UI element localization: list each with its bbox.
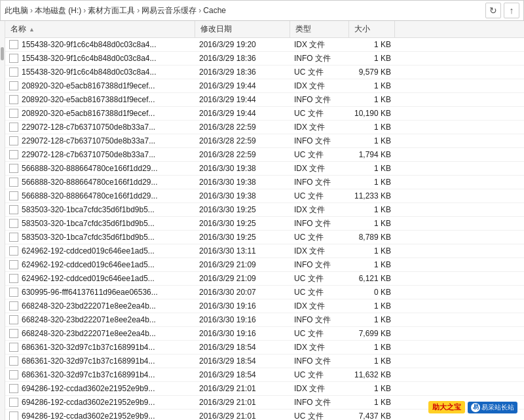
cell-size: 1 KB <box>349 354 395 368</box>
table-row[interactable]: 583503-320-1bca7cfdc35d6f1bd9b5... 2016/… <box>5 217 524 231</box>
file-rows[interactable]: 155438-320-9f1c6c4b848d0c03c8a4... 2016/… <box>5 38 524 420</box>
file-icon <box>9 150 18 159</box>
table-row[interactable]: 686361-320-32d97c1b37c168991b4... 2016/3… <box>5 368 524 382</box>
table-row[interactable]: 208920-320-e5acb8167388d1f9ecef... 2016/… <box>5 107 524 121</box>
cell-size: 6,121 KB <box>349 272 395 285</box>
file-icon <box>9 233 18 242</box>
file-name-text: 686361-320-32d97c1b37c168991b4... <box>22 356 155 366</box>
watermark: 助大之宝 易 易采站长站 <box>428 401 517 413</box>
table-row[interactable]: 155438-320-9f1c6c4b848d0c03c8a4... 2016/… <box>5 38 524 52</box>
table-row[interactable]: 155438-320-9f1c6c4b848d0c03c8a4... 2016/… <box>5 52 524 66</box>
file-icon <box>9 109 18 118</box>
col-header-date[interactable]: 修改日期 <box>195 21 290 37</box>
table-row[interactable]: 694286-192-ccdad3602e21952e9b9... 2016/3… <box>5 382 524 396</box>
table-row[interactable]: 229072-128-c7b63710750de8b33a7... 2016/3… <box>5 134 524 148</box>
cell-size: 1 KB <box>349 52 395 65</box>
cell-date: 2016/3/28 22:59 <box>195 134 290 147</box>
col-header-name[interactable]: 名称 ▲ <box>5 21 195 37</box>
cell-type: IDX 文件 <box>290 244 349 258</box>
cell-name: 624962-192-cddced019c646ee1ad5... <box>5 244 195 258</box>
cell-name: 668248-320-23bd222071e8ee2ea4b... <box>5 327 195 340</box>
path-sep-0: › <box>30 6 33 15</box>
table-row[interactable]: 566888-320-888664780ce166f1dd29... 2016/… <box>5 162 524 176</box>
table-row[interactable]: 624962-192-cddced019c646ee1ad5... 2016/3… <box>5 272 524 286</box>
table-row[interactable]: 566888-320-888664780ce166f1dd29... 2016/… <box>5 176 524 189</box>
cell-name: 694286-192-ccdad3602e21952e9b9... <box>5 396 195 409</box>
cell-date: 2016/3/29 21:09 <box>195 258 290 271</box>
cell-type: UC 文件 <box>290 107 349 120</box>
file-name-text: 229072-128-c7b63710750de8b33a7... <box>22 150 155 159</box>
file-icon <box>9 370 18 379</box>
table-row[interactable]: 208920-320-e5acb8167388d1f9ecef... 2016/… <box>5 93 524 107</box>
cell-type: UC 文件 <box>290 368 349 381</box>
cell-name: 566888-320-888664780ce166f1dd29... <box>5 176 195 189</box>
table-row[interactable]: 630995-96-fff64137611d96eae06536... 2016… <box>5 286 524 299</box>
watermark-logo: 易 易采站长站 <box>468 402 517 413</box>
table-row[interactable]: 624962-192-cddced019c646ee1ad5... 2016/3… <box>5 258 524 272</box>
up-button[interactable]: ↑ <box>504 3 519 18</box>
table-row[interactable]: 229072-128-c7b63710750de8b33a7... 2016/3… <box>5 121 524 134</box>
path-segment-4[interactable]: Cache <box>203 6 226 15</box>
cell-type: UC 文件 <box>290 189 349 202</box>
file-icon <box>9 178 18 187</box>
cell-name: 229072-128-c7b63710750de8b33a7... <box>5 134 195 147</box>
file-icon <box>9 54 18 63</box>
cell-date: 2016/3/29 18:54 <box>195 354 290 368</box>
cell-type: IDX 文件 <box>290 299 349 313</box>
file-name-text: 229072-128-c7b63710750de8b33a7... <box>22 123 155 132</box>
file-name-text: 686361-320-32d97c1b37c168991b4... <box>22 370 155 379</box>
table-row[interactable]: 668248-320-23bd222071e8ee2ea4b... 2016/3… <box>5 313 524 327</box>
file-icon <box>9 123 18 132</box>
cell-name: 668248-320-23bd222071e8ee2ea4b... <box>5 299 195 313</box>
cell-size: 1 KB <box>349 79 395 92</box>
cell-size: 1 KB <box>349 134 395 147</box>
cell-date: 2016/3/30 19:38 <box>195 176 290 189</box>
table-row[interactable]: 566888-320-888664780ce166f1dd29... 2016/… <box>5 189 524 203</box>
cell-type: UC 文件 <box>290 327 349 340</box>
table-row[interactable]: 686361-320-32d97c1b37c168991b4... 2016/3… <box>5 341 524 354</box>
path-segment-3[interactable]: 网易云音乐缓存 <box>141 5 196 16</box>
file-name-text: 208920-320-e5acb8167388d1f9ecef... <box>22 109 155 118</box>
cell-type: UC 文件 <box>290 272 349 285</box>
table-row[interactable]: 668248-320-23bd222071e8ee2ea4b... 2016/3… <box>5 327 524 341</box>
sort-arrow-name: ▲ <box>29 26 35 33</box>
cell-date: 2016/3/29 19:44 <box>195 79 290 92</box>
path-segment-2[interactable]: 素材方面工具 <box>88 5 135 16</box>
cell-type: IDX 文件 <box>290 162 349 175</box>
file-name-text: 566888-320-888664780ce166f1dd29... <box>22 164 158 173</box>
path-segment-1[interactable]: 本地磁盘 (H:) <box>35 5 81 16</box>
cell-type: IDX 文件 <box>290 341 349 354</box>
cell-size: 1 KB <box>349 217 395 230</box>
file-name-text: 694286-192-ccdad3602e21952e9b9... <box>22 384 155 393</box>
table-row[interactable]: 229072-128-c7b63710750de8b33a7... 2016/3… <box>5 148 524 162</box>
table-row[interactable]: 668248-320-23bd222071e8ee2ea4b... 2016/3… <box>5 299 524 313</box>
table-row[interactable]: 583503-320-1bca7cfdc35d6f1bd9b5... 2016/… <box>5 203 524 217</box>
path-sep-2: › <box>137 6 140 15</box>
col-header-size[interactable]: 大小 <box>349 21 395 37</box>
table-row[interactable]: 208920-320-e5acb8167388d1f9ecef... 2016/… <box>5 79 524 93</box>
cell-date: 2016/3/30 19:16 <box>195 327 290 340</box>
cell-size: 1 KB <box>349 258 395 271</box>
cell-date: 2016/3/30 20:07 <box>195 286 290 299</box>
scroll-indicator <box>1 47 4 60</box>
cell-name: 630995-96-fff64137611d96eae06536... <box>5 286 195 299</box>
cell-size: 1 KB <box>349 382 395 395</box>
file-name-text: 668248-320-23bd222071e8ee2ea4b... <box>22 315 156 324</box>
col-header-type[interactable]: 类型 <box>290 21 349 37</box>
file-icon <box>9 384 18 393</box>
path-segment-0[interactable]: 此电脑 <box>5 5 28 16</box>
file-icon <box>9 301 18 311</box>
table-row[interactable]: 624962-192-cddced019c646ee1ad5... 2016/3… <box>5 244 524 258</box>
cell-name: 583503-320-1bca7cfdc35d6f1bd9b5... <box>5 217 195 230</box>
cell-name: 686361-320-32d97c1b37c168991b4... <box>5 341 195 354</box>
table-row[interactable]: 583503-320-1bca7cfdc35d6f1bd9b5... 2016/… <box>5 231 524 244</box>
cell-type: INFO 文件 <box>290 313 349 326</box>
cell-size: 7,437 KB <box>349 410 395 420</box>
table-row[interactable]: 155438-320-9f1c6c4b848d0c03c8a4... 2016/… <box>5 66 524 79</box>
cell-size: 1 KB <box>349 38 395 51</box>
file-icon <box>9 288 18 297</box>
table-row[interactable]: 686361-320-32d97c1b37c168991b4... 2016/3… <box>5 354 524 368</box>
cell-size: 1 KB <box>349 341 395 354</box>
refresh-button[interactable]: ↻ <box>485 3 501 18</box>
cell-size: 7,699 KB <box>349 327 395 340</box>
